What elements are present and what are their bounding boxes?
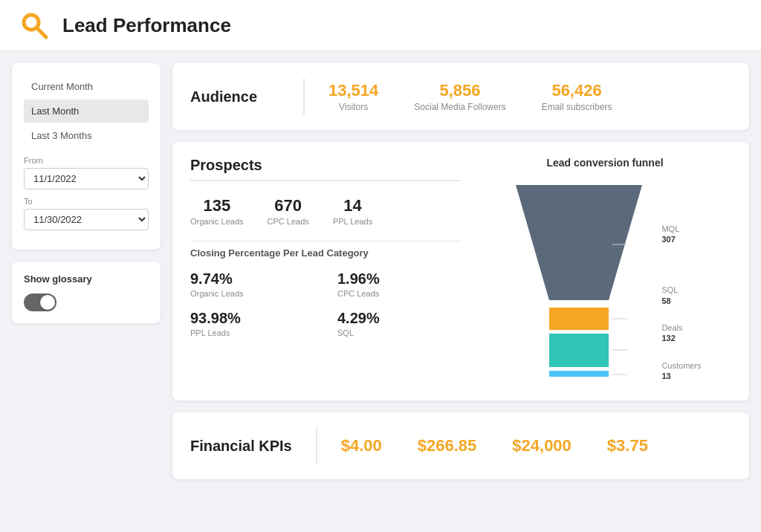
deals-label-name: Deals	[661, 322, 701, 333]
period-last-3-months[interactable]: Last 3 Months	[24, 124, 149, 147]
visitors-value: 13,514	[328, 81, 378, 100]
to-date-select[interactable]: 11/30/2022	[24, 209, 149, 230]
financial-stat-1: $266.85	[418, 436, 477, 455]
closing-cpc-label: CPC Leads	[337, 289, 461, 298]
closing-organic: 9.74% Organic Leads	[190, 270, 314, 298]
stat-visitors: 13,514 Visitors	[328, 81, 378, 112]
period-last-month[interactable]: Last Month	[24, 100, 149, 123]
header: Lead Performance	[0, 0, 761, 51]
funnel-container: MQL 307 SQL 58 Deals 132	[479, 178, 731, 386]
closing-grid: 9.74% Organic Leads 1.96% CPC Leads 93.9…	[190, 270, 461, 337]
deals-label-value: 132	[661, 333, 701, 343]
stat-social: 5,856 Social Media Followers	[414, 81, 505, 112]
prospects-title: Prospects	[190, 157, 461, 181]
customers-label-value: 13	[661, 371, 701, 381]
sidebar: Current Month Last Month Last 3 Months F…	[12, 63, 161, 479]
audience-stats: 13,514 Visitors 5,856 Social Media Follo…	[328, 81, 612, 112]
funnel-title: Lead conversion funnel	[479, 157, 731, 169]
logo-icon	[18, 9, 51, 42]
closing-sql-value: 4.29%	[337, 310, 461, 327]
financial-stat-2: $24,000	[512, 436, 571, 455]
closing-organic-value: 9.74%	[190, 270, 314, 288]
closing-title: Closing Percentage Per Lead Category	[190, 241, 461, 259]
prospects-left: Prospects 135 Organic Leads 670 CPC Lead…	[190, 157, 461, 386]
visitors-label: Visitors	[328, 102, 378, 112]
audience-card: Audience 13,514 Visitors 5,856 Social Me…	[172, 63, 749, 130]
ppl-leads-label: PPL Leads	[333, 217, 372, 226]
funnel-label-deals: Deals 132	[661, 322, 701, 344]
financial-value-1: $266.85	[418, 436, 477, 455]
social-value: 5,856	[414, 81, 505, 100]
page-title: Lead Performance	[62, 14, 231, 37]
closing-sql: 4.29% SQL	[337, 310, 461, 337]
svg-rect-5	[549, 371, 609, 377]
cpc-leads-value: 670	[268, 196, 309, 215]
customers-label-name: Customers	[661, 360, 701, 371]
financial-value-2: $24,000	[512, 436, 571, 455]
svg-rect-4	[549, 334, 609, 367]
prospects-inner: Prospects 135 Organic Leads 670 CPC Lead…	[190, 157, 731, 386]
closing-ppl-value: 93.98%	[190, 310, 314, 327]
content-area: Audience 13,514 Visitors 5,856 Social Me…	[172, 63, 749, 479]
audience-title: Audience	[190, 88, 279, 106]
financial-divider	[316, 427, 317, 464]
closing-sql-label: SQL	[337, 328, 461, 337]
organic-leads-value: 135	[190, 196, 244, 215]
funnel-label-customers: Customers 13	[661, 360, 701, 382]
cpc-leads-metric: 670 CPC Leads	[268, 196, 309, 226]
period-selector-card: Current Month Last Month Last 3 Months F…	[12, 63, 161, 250]
email-label: Email subscribers	[542, 102, 612, 112]
sql-label-name: SQL	[661, 285, 701, 295]
financial-value-3: $3.75	[607, 436, 648, 455]
ppl-leads-value: 14	[333, 196, 372, 215]
mql-label-name: MQL	[661, 224, 701, 234]
financial-stat-0: $4.00	[341, 436, 382, 455]
from-label: From	[24, 156, 149, 165]
funnel-label-sql: SQL 58	[661, 285, 701, 306]
glossary-toggle[interactable]	[24, 293, 56, 311]
closing-cpc: 1.96% CPC Leads	[337, 270, 461, 298]
prospects-card: Prospects 135 Organic Leads 670 CPC Lead…	[172, 142, 749, 400]
ppl-leads-metric: 14 PPL Leads	[333, 196, 372, 226]
social-label: Social Media Followers	[414, 102, 505, 112]
closing-organic-label: Organic Leads	[190, 289, 314, 298]
closing-ppl-label: PPL Leads	[190, 328, 314, 337]
app-wrapper: Lead Performance Current Month Last Mont…	[0, 0, 761, 532]
financial-value-0: $4.00	[341, 436, 382, 455]
financial-stat-3: $3.75	[607, 436, 648, 455]
financial-title: Financial KPIs	[190, 438, 292, 455]
cpc-leads-label: CPC Leads	[268, 217, 309, 226]
financial-card: Financial KPIs $4.00 $266.85 $24,000 $3.…	[172, 412, 749, 479]
organic-leads-metric: 135 Organic Leads	[190, 196, 244, 226]
main-layout: Current Month Last Month Last 3 Months F…	[0, 63, 761, 491]
from-date-select[interactable]: 11/1/2022	[24, 168, 149, 189]
date-range-section: From 11/1/2022 To 11/30/2022	[24, 156, 149, 238]
glossary-toggle-container	[24, 293, 149, 311]
sql-label-value: 58	[661, 296, 701, 306]
to-label: To	[24, 197, 149, 206]
leads-metrics: 135 Organic Leads 670 CPC Leads 14 PPL L…	[190, 196, 461, 226]
funnel-label-mql: MQL 307	[661, 224, 701, 245]
email-value: 56,426	[542, 81, 612, 100]
svg-line-1	[36, 27, 46, 37]
closing-cpc-value: 1.96%	[337, 270, 461, 288]
stat-email: 56,426 Email subscribers	[542, 81, 612, 112]
organic-leads-label: Organic Leads	[190, 217, 244, 226]
mql-label-value: 307	[661, 234, 701, 244]
closing-ppl: 93.98% PPL Leads	[190, 310, 314, 337]
funnel-labels: MQL 307 SQL 58 Deals 132	[661, 179, 701, 384]
glossary-label: Show glossary	[24, 273, 149, 285]
period-current-month[interactable]: Current Month	[24, 75, 149, 98]
svg-rect-3	[549, 308, 609, 330]
funnel-section: Lead conversion funnel	[479, 157, 731, 386]
svg-marker-2	[516, 185, 642, 300]
audience-divider	[303, 78, 305, 115]
toggle-knob	[40, 295, 55, 310]
financial-stats: $4.00 $266.85 $24,000 $3.75	[341, 436, 648, 455]
glossary-card: Show glossary	[12, 262, 161, 323]
funnel-svg	[508, 178, 650, 386]
